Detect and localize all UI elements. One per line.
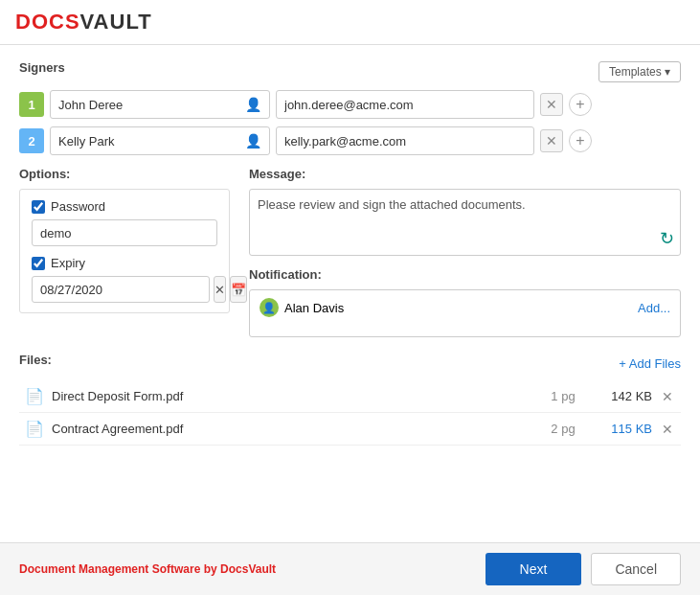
refresh-icon[interactable]: ↻ — [660, 228, 674, 249]
file-name-1: Direct Deposit Form.pdf — [52, 389, 531, 403]
file-remove-2[interactable]: ✕ — [660, 422, 675, 437]
signer-2-email-input[interactable] — [276, 126, 534, 155]
files-label: Files: — [19, 353, 52, 367]
signer-row-2: 2 👤 ✕ + — [19, 126, 681, 155]
calendar-icon[interactable]: 📅 — [230, 276, 247, 303]
logo-docs: DOCS — [15, 10, 80, 34]
file-pages-1: 1 pg — [539, 389, 587, 403]
password-label: Password — [51, 199, 105, 214]
password-input[interactable] — [32, 219, 217, 246]
notification-row: 👤 Alan Davis Add... — [260, 298, 670, 317]
pdf-icon-2: 📄 — [25, 420, 44, 438]
password-checkbox[interactable] — [32, 200, 45, 214]
logo: DOCSVAULT — [15, 10, 152, 34]
message-box[interactable]: Please review and sign the attached docu… — [249, 189, 681, 256]
notification-person-name: Alan Davis — [284, 301, 344, 315]
signer-2-add-button[interactable]: + — [569, 129, 592, 152]
signer-num-1: 1 — [19, 92, 44, 117]
logo-vault: VAULT — [80, 10, 152, 34]
signer-1-name-field[interactable]: 👤 — [50, 90, 270, 119]
date-row: ✕ 📅 — [32, 276, 217, 303]
file-name-2: Contract Agreement.pdf — [52, 422, 531, 436]
notification-add-link[interactable]: Add... — [638, 301, 670, 315]
file-size-1: 142 KB — [595, 389, 652, 403]
templates-button[interactable]: Templates ▾ — [598, 61, 681, 82]
signer-2-name-input[interactable] — [58, 134, 241, 149]
expiry-label: Expiry — [51, 256, 85, 270]
header: DOCSVAULT — [0, 0, 700, 45]
person-icon-2: 👤 — [245, 133, 261, 149]
footer: Document Management Software by DocsVaul… — [0, 542, 700, 595]
message-text: Please review and sign the attached docu… — [258, 197, 672, 212]
options-box: Password Expiry ✕ 📅 — [19, 189, 230, 313]
file-size-2: 115 KB — [595, 422, 652, 436]
notification-label: Notification: — [249, 267, 681, 282]
message-label: Message: — [249, 167, 681, 181]
expiry-checkbox-row: Expiry — [32, 256, 217, 270]
person-icon-1: 👤 — [245, 97, 261, 112]
file-row-1: 📄 Direct Deposit Form.pdf 1 pg 142 KB ✕ — [19, 380, 681, 413]
files-section: Files: + Add Files 📄 Direct Deposit Form… — [19, 353, 681, 446]
two-col-section: Options: Password Expiry ✕ 📅 — [19, 167, 681, 337]
signers-section-header: Signers Templates ▾ — [19, 60, 681, 82]
calendar-clear-icon[interactable]: ✕ — [214, 276, 226, 303]
footer-text: Document Management Software by DocsVaul… — [19, 562, 276, 576]
footer-brand: DocsVault — [220, 562, 276, 576]
expiry-date-input[interactable] — [32, 276, 210, 303]
options-label: Options: — [19, 167, 230, 181]
signers-label: Signers — [19, 60, 65, 75]
main-content: Signers Templates ▾ 1 👤 ✕ + 2 👤 ✕ + Opti… — [0, 45, 700, 542]
next-button[interactable]: Next — [485, 553, 582, 585]
file-pages-2: 2 pg — [539, 422, 587, 436]
pdf-icon-1: 📄 — [25, 387, 44, 405]
signer-1-add-button[interactable]: + — [569, 93, 592, 116]
signer-num-2: 2 — [19, 128, 44, 153]
options-column: Options: Password Expiry ✕ 📅 — [19, 167, 230, 337]
notification-box: 👤 Alan Davis Add... — [249, 289, 681, 337]
file-row-2: 📄 Contract Agreement.pdf 2 pg 115 KB ✕ — [19, 413, 681, 446]
notification-person: 👤 Alan Davis — [260, 298, 344, 317]
signer-1-name-input[interactable] — [58, 98, 241, 112]
password-checkbox-row: Password — [32, 199, 217, 214]
signer-row-1: 1 👤 ✕ + — [19, 90, 681, 119]
footer-text-before: Document Management Software by — [19, 562, 220, 576]
avatar-icon: 👤 — [260, 298, 279, 317]
footer-buttons: Next Cancel — [485, 553, 681, 585]
signer-2-name-field[interactable]: 👤 — [50, 126, 270, 155]
message-notification-column: Message: Please review and sign the atta… — [249, 167, 681, 337]
add-files-link[interactable]: + Add Files — [619, 356, 681, 371]
file-remove-1[interactable]: ✕ — [660, 389, 675, 404]
signer-1-email-input[interactable] — [276, 90, 534, 119]
signer-1-remove-button[interactable]: ✕ — [540, 93, 563, 116]
signer-2-remove-button[interactable]: ✕ — [540, 129, 563, 152]
expiry-checkbox[interactable] — [32, 257, 45, 270]
cancel-button[interactable]: Cancel — [591, 553, 681, 585]
files-header: Files: + Add Files — [19, 353, 681, 375]
